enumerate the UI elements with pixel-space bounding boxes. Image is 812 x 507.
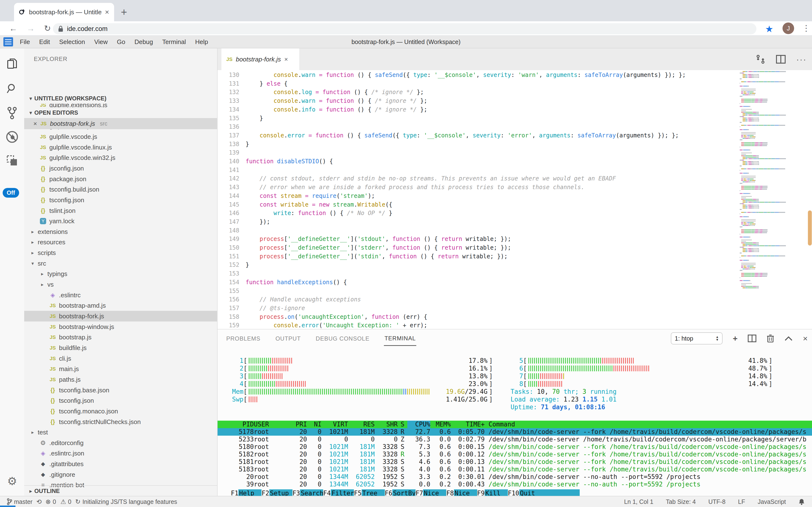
code-line[interactable]: 141 [217, 166, 812, 174]
fn-key[interactable]: F6 [385, 489, 392, 496]
settings-gear-icon[interactable]: ⚙ [0, 474, 24, 488]
problems-item[interactable]: ⊗0 ⚠0 [46, 498, 71, 506]
file-row[interactable]: JSbootstrap.js [24, 332, 217, 342]
debug-disabled-icon[interactable] [0, 130, 24, 144]
panel-tab-problems[interactable]: PROBLEMS [226, 332, 261, 345]
code-line[interactable]: 149 process['__defineGetter__']('stdout'… [217, 235, 812, 243]
fn-label[interactable]: Filter [331, 489, 354, 496]
fn-key[interactable]: F8 [446, 489, 454, 496]
fn-key[interactable]: F1 [231, 489, 238, 496]
fn-label[interactable]: Help [238, 489, 261, 496]
code-line[interactable]: 144 const stream = require('stream'); [217, 191, 812, 200]
file-row[interactable]: {}tsconfig.strictNullChecks.json [24, 416, 217, 427]
split-editor-icon[interactable] [776, 55, 786, 64]
new-tab-button[interactable]: + [121, 7, 127, 17]
code-line[interactable]: 132 console.log = function () { /* ignor… [217, 88, 812, 97]
file-row[interactable]: {}jsconfig.json [24, 163, 217, 174]
split-terminal-icon[interactable] [748, 335, 756, 342]
code-line[interactable]: 140function disableSTDIO() { [217, 157, 812, 166]
file-row[interactable]: ▸vs [24, 279, 217, 290]
code-line[interactable]: 153 [217, 269, 812, 278]
code-line[interactable]: 152} [217, 261, 812, 269]
notifications-bell-icon[interactable] [799, 498, 805, 505]
more-actions-icon[interactable]: ··· [796, 55, 807, 64]
fn-label[interactable]: Nice + [454, 489, 477, 496]
workspace-section[interactable]: ▾ UNTITLED (WORKSPACE) [24, 93, 217, 104]
column-header[interactable]: TIME+ [451, 420, 485, 428]
file-row[interactable]: ◈.eslintrc [24, 290, 217, 300]
open-editor-item[interactable]: × JS bootstrap-fork.js src [24, 118, 217, 129]
editor-scrollbar[interactable] [808, 211, 812, 245]
code-line[interactable]: 131 } else { [217, 79, 812, 88]
file-row[interactable]: {}tslint.json [24, 205, 217, 216]
browser-menu-icon[interactable]: ⋮ [802, 23, 810, 33]
column-header[interactable]: NI [307, 420, 321, 428]
file-row[interactable]: ▸extensions [24, 226, 217, 237]
code-line[interactable]: 158 process.on('uncaughtException', func… [217, 313, 812, 321]
sync-item[interactable]: ⟲ [36, 498, 42, 506]
process-row[interactable]: 20root2001344M620521952S3.30.20:30.01/de… [217, 473, 812, 481]
file-row[interactable]: JSbootstrap-window.js [24, 322, 217, 332]
eol[interactable]: LF [738, 498, 745, 505]
column-header[interactable]: Command [485, 420, 812, 428]
browser-tab[interactable]: bootstrap-fork.js — Untitled (W × [14, 3, 114, 21]
editor-tab[interactable]: JS bootstrap-fork.js × [222, 48, 299, 70]
back-icon[interactable]: ← [9, 24, 17, 33]
code-line[interactable]: 155 [217, 287, 812, 295]
fn-label[interactable]: Kill [485, 489, 508, 496]
process-row[interactable]: 5182root2001021M181M3328R5.30.60:00.12/d… [217, 451, 812, 458]
column-header[interactable]: RES [348, 420, 375, 428]
menu-file[interactable]: File [20, 38, 30, 46]
file-row[interactable]: JScli.js [24, 353, 217, 364]
menu-help[interactable]: Help [195, 38, 208, 46]
menu-selection[interactable]: Selection [59, 38, 85, 46]
process-row[interactable]: 5233root200000Z36.30.00:02.79/dev/shm/bi… [217, 436, 812, 443]
file-row[interactable]: JSpaths.js [24, 374, 217, 385]
editor-layout-icon[interactable] [0, 155, 24, 166]
code-line[interactable]: 139 [217, 148, 812, 157]
fn-key[interactable]: F2 [261, 489, 269, 496]
file-row[interactable]: ◆.gitattributes [24, 459, 217, 469]
tab-close-icon[interactable]: × [105, 8, 109, 16]
file-row[interactable]: ▸resources [24, 237, 217, 247]
code-line[interactable]: 137 console.error = function () { safeSe… [217, 131, 812, 140]
code-line[interactable]: 142 // const stdout, stderr and stdin be… [217, 174, 812, 183]
app-logo-icon[interactable] [3, 37, 13, 47]
file-row[interactable]: JSgulpfile.vscode.js [24, 131, 217, 142]
code-line[interactable]: 147 }); [217, 218, 812, 226]
close-icon[interactable]: × [34, 120, 37, 127]
reload-icon[interactable]: ↻ [44, 23, 51, 33]
outline-section[interactable]: ▸ OUTLINE [24, 485, 217, 496]
code-line[interactable]: 159 console.error('Uncaught Exception: '… [217, 321, 812, 329]
file-row[interactable]: ◈.eslintrc.json [24, 448, 217, 459]
code-line[interactable]: 157 // @ts-ignore [217, 304, 812, 313]
file-row[interactable]: {}tsconfig.monaco.json [24, 406, 217, 416]
menu-view[interactable]: View [94, 38, 108, 46]
file-row[interactable]: ▸test [24, 427, 217, 438]
close-panel-icon[interactable]: × [803, 334, 808, 343]
file-row[interactable]: JSbootstrap-amd.js [24, 300, 217, 311]
menu-go[interactable]: Go [117, 38, 125, 46]
fn-key[interactable]: F3 [293, 489, 300, 496]
column-header[interactable]: S [398, 420, 407, 428]
code-line[interactable]: 134 console.info = function () { /* igno… [217, 105, 812, 114]
code-editor[interactable]: 130 console.warn = function () { safeSen… [217, 70, 812, 329]
code-line[interactable]: 136 [217, 122, 812, 131]
toggle-changes-icon[interactable] [756, 54, 765, 64]
fn-key[interactable]: F5 [354, 489, 361, 496]
explorer-icon[interactable] [0, 58, 24, 70]
process-row[interactable]: 39root2001344M620521952S0.00.20:00.43/de… [217, 481, 812, 488]
file-row[interactable]: JSgulpfile.vscode.win32.js [24, 152, 217, 163]
maximize-panel-icon[interactable] [785, 336, 793, 341]
fn-label[interactable]: SortBy [392, 489, 416, 496]
cursor-position[interactable]: Ln 1, Col 1 [624, 498, 653, 505]
forward-icon[interactable]: → [26, 24, 35, 33]
panel-tab-output[interactable]: OUTPUT [275, 332, 301, 345]
file-row[interactable]: ◆.gitignore [24, 469, 217, 480]
search-icon[interactable] [0, 83, 24, 94]
file-row[interactable]: Yyarn.lock [24, 216, 217, 226]
fn-key[interactable]: F4 [323, 489, 331, 496]
file-row[interactable]: {}tsconfig.build.json [24, 184, 217, 195]
process-row[interactable]: 5183root2001021M181M3328S4.00.60:00.11/d… [217, 466, 812, 473]
file-row[interactable]: JSbootstrap-fork.js [24, 311, 217, 322]
